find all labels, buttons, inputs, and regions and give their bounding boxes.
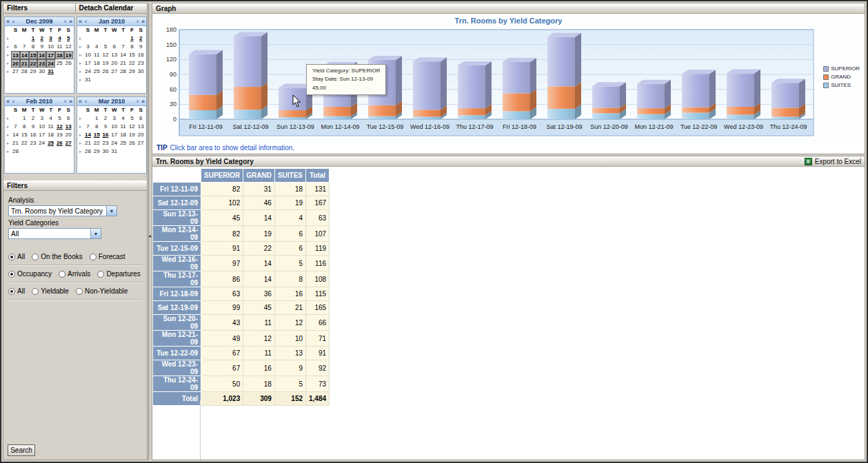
calendar-day[interactable]: 30 <box>37 68 46 76</box>
calendar-day[interactable]: 3 <box>37 114 46 123</box>
bar-segment-grand[interactable] <box>771 107 799 116</box>
calendar-day[interactable]: 7 <box>83 123 92 131</box>
calendar-day[interactable]: 22 <box>128 59 137 68</box>
next-month-icon[interactable]: › <box>63 98 68 105</box>
bar-side-face[interactable] <box>530 58 536 94</box>
calendar-day[interactable]: 4 <box>55 34 64 43</box>
calendar-day[interactable]: 17 <box>83 59 92 68</box>
calendar-day[interactable]: 13 <box>110 51 119 59</box>
bar-segment-superior[interactable] <box>547 37 575 87</box>
bar-side-face[interactable] <box>575 33 581 87</box>
week-select-arrow[interactable]: ▸ <box>77 59 83 68</box>
calendar-day[interactable]: 27 <box>11 68 20 76</box>
week-select-arrow[interactable]: ▸ <box>5 131 11 139</box>
week-select-arrow[interactable]: ▸ <box>5 114 11 123</box>
calendar-day[interactable]: 19 <box>128 131 137 139</box>
calendar-day[interactable]: 21 <box>20 59 29 68</box>
week-select-arrow[interactable]: ▸ <box>77 34 83 43</box>
bar-segment-superior[interactable] <box>682 74 709 107</box>
calendar-day[interactable]: 15 <box>128 51 137 59</box>
calendar-day[interactable]: 16 <box>137 51 145 59</box>
radio-button[interactable] <box>8 271 15 278</box>
week-select-arrow[interactable]: ▸ <box>5 43 11 51</box>
bar-segment-grand[interactable] <box>323 107 351 116</box>
bar-segment-suites[interactable] <box>592 113 620 119</box>
calendar-day[interactable]: 26 <box>101 68 110 76</box>
calendar-day[interactable]: 8 <box>29 43 38 51</box>
calendar-day[interactable]: 3 <box>110 114 119 123</box>
prev-year-icon[interactable]: « <box>77 98 83 105</box>
bar-segment-suites[interactable] <box>189 110 216 119</box>
calendar-day[interactable]: 25 <box>55 59 64 68</box>
calendar-day[interactable]: 7 <box>119 43 128 51</box>
calendar-day[interactable]: 9 <box>37 43 46 51</box>
prev-month-icon[interactable]: ‹ <box>11 98 16 105</box>
radio-option[interactable]: Occupancy <box>8 270 52 278</box>
bar-segment-grand[interactable] <box>368 105 396 116</box>
export-to-excel-button[interactable]: X Export to Excel <box>805 158 861 165</box>
radio-button[interactable] <box>32 254 39 260</box>
calendar-day[interactable]: 18 <box>119 131 128 139</box>
bar-segment-suites[interactable] <box>637 114 665 119</box>
bar-side-face[interactable] <box>396 56 402 105</box>
bar-segment-superior[interactable] <box>458 65 485 108</box>
calendar-day[interactable]: 16 <box>101 131 110 139</box>
radio-option[interactable]: All <box>8 287 25 295</box>
radio-button[interactable] <box>8 288 15 295</box>
calendar-day[interactable]: 30 <box>137 68 145 76</box>
bar-segment-suites[interactable] <box>458 115 485 119</box>
bar-segment-suites[interactable] <box>682 113 709 119</box>
calendar-day[interactable]: 12 <box>55 123 64 131</box>
week-select-arrow[interactable]: ▸ <box>77 131 83 139</box>
radio-button[interactable] <box>32 288 39 295</box>
bar-segment-suites[interactable] <box>279 117 306 119</box>
radio-option[interactable]: Yieldable <box>32 287 69 295</box>
calendar-day[interactable]: 13 <box>137 123 145 131</box>
calendar-day[interactable]: 14 <box>11 131 20 139</box>
radio-button[interactable] <box>8 254 15 260</box>
calendar-day[interactable]: 24 <box>83 68 92 76</box>
calendar-day[interactable]: 20 <box>64 131 73 139</box>
panel-splitter[interactable]: ◂ <box>148 3 151 460</box>
calendar-day[interactable]: 21 <box>119 59 128 68</box>
analysis-select[interactable]: Trn. Rooms by Yield Category ▼ <box>8 205 117 216</box>
prev-year-icon[interactable]: « <box>5 18 11 25</box>
bar-side-face[interactable] <box>441 57 447 110</box>
calendar-day[interactable]: 5 <box>128 114 137 123</box>
week-select-arrow[interactable]: ▸ <box>5 147 11 156</box>
calendar-day[interactable]: 27 <box>110 68 119 76</box>
bar-segment-grand[interactable] <box>413 110 441 116</box>
calendar-day[interactable]: 11 <box>119 123 128 131</box>
calendar-day[interactable]: 20 <box>110 59 119 68</box>
radio-option[interactable]: Non-Yieldable <box>76 287 128 295</box>
calendar-day[interactable]: 6 <box>137 114 145 123</box>
calendar-day[interactable]: 4 <box>119 114 128 123</box>
calendar-day[interactable]: 6 <box>110 43 119 51</box>
calendar-day[interactable]: 26 <box>64 59 73 68</box>
bar-segment-grand[interactable] <box>503 93 530 111</box>
calendar-day[interactable]: 11 <box>92 51 101 59</box>
radio-button[interactable] <box>90 254 97 260</box>
calendar-day[interactable]: 13 <box>11 51 20 59</box>
calendar-day[interactable]: 30 <box>101 147 110 156</box>
calendar-day[interactable]: 15 <box>29 51 38 59</box>
calendar-day[interactable]: 12 <box>101 51 110 59</box>
week-select-arrow[interactable]: ▸ <box>77 139 83 147</box>
next-month-icon[interactable]: › <box>135 98 140 105</box>
week-select-arrow[interactable]: ▸ <box>5 139 11 147</box>
prev-year-icon[interactable]: « <box>77 18 83 25</box>
calendar-day[interactable]: 10 <box>37 123 46 131</box>
bar-segment-superior[interactable] <box>503 62 530 94</box>
calendar-day[interactable]: 14 <box>20 51 29 59</box>
calendar-day[interactable]: 3 <box>46 34 55 43</box>
calendar-day[interactable]: 7 <box>20 43 29 51</box>
week-select-arrow[interactable]: ▸ <box>77 51 83 59</box>
calendar-day[interactable]: 4 <box>46 114 55 123</box>
prev-year-icon[interactable]: « <box>5 98 11 105</box>
bar-segment-superior[interactable] <box>637 84 665 108</box>
bar-segment-superior[interactable] <box>234 36 261 87</box>
calendar-day[interactable]: 8 <box>92 123 101 131</box>
calendar-day[interactable]: 1 <box>20 114 29 123</box>
calendar-day[interactable]: 28 <box>20 68 29 76</box>
calendar-day[interactable]: 8 <box>20 123 29 131</box>
